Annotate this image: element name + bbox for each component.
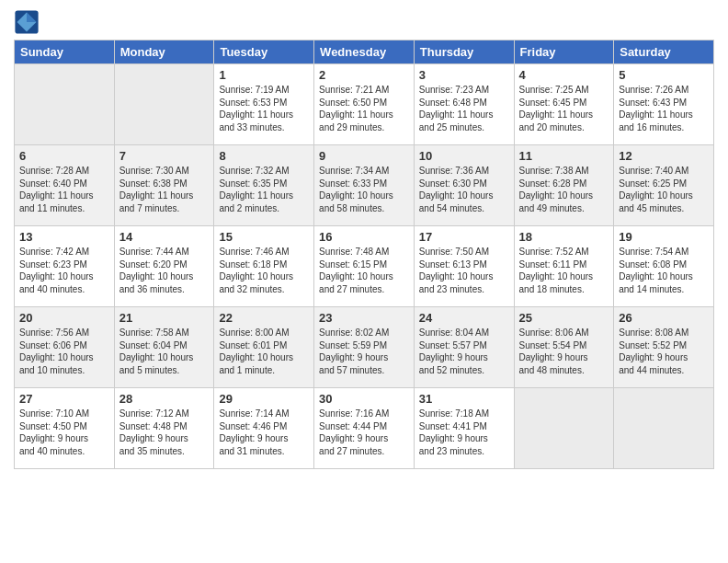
calendar-cell: 13Sunrise: 7:42 AM Sunset: 6:23 PM Dayli… (15, 226, 115, 307)
day-info: Sunrise: 7:38 AM Sunset: 6:28 PM Dayligh… (519, 165, 609, 214)
day-info: Sunrise: 7:14 AM Sunset: 4:46 PM Dayligh… (219, 408, 309, 457)
day-info: Sunrise: 7:21 AM Sunset: 6:50 PM Dayligh… (319, 84, 409, 133)
calendar-cell: 9Sunrise: 7:34 AM Sunset: 6:33 PM Daylig… (314, 145, 415, 226)
calendar-cell: 14Sunrise: 7:44 AM Sunset: 6:20 PM Dayli… (114, 226, 214, 307)
calendar-cell (614, 388, 714, 469)
day-number: 4 (519, 68, 609, 82)
day-info: Sunrise: 7:46 AM Sunset: 6:18 PM Dayligh… (219, 246, 309, 295)
day-info: Sunrise: 8:04 AM Sunset: 5:57 PM Dayligh… (419, 327, 509, 376)
calendar-cell: 5Sunrise: 7:26 AM Sunset: 6:43 PM Daylig… (614, 64, 714, 145)
calendar-cell: 6Sunrise: 7:28 AM Sunset: 6:40 PM Daylig… (15, 145, 115, 226)
calendar-cell: 20Sunrise: 7:56 AM Sunset: 6:06 PM Dayli… (15, 307, 115, 388)
day-info: Sunrise: 7:28 AM Sunset: 6:40 PM Dayligh… (19, 165, 109, 214)
day-number: 2 (319, 68, 409, 82)
day-number: 25 (519, 311, 609, 325)
calendar-table: SundayMondayTuesdayWednesdayThursdayFrid… (14, 40, 714, 469)
day-number: 21 (119, 311, 210, 325)
day-info: Sunrise: 7:30 AM Sunset: 6:38 PM Dayligh… (119, 165, 210, 214)
page-container: SundayMondayTuesdayWednesdayThursdayFrid… (0, 0, 728, 474)
week-row-5: 27Sunrise: 7:10 AM Sunset: 4:50 PM Dayli… (15, 388, 714, 469)
day-number: 22 (219, 311, 309, 325)
day-info: Sunrise: 7:18 AM Sunset: 4:41 PM Dayligh… (419, 408, 509, 457)
calendar-cell: 3Sunrise: 7:23 AM Sunset: 6:48 PM Daylig… (414, 64, 514, 145)
weekday-header-sunday: Sunday (15, 40, 115, 64)
weekday-header-row: SundayMondayTuesdayWednesdayThursdayFrid… (15, 40, 714, 64)
calendar-cell: 4Sunrise: 7:25 AM Sunset: 6:45 PM Daylig… (514, 64, 614, 145)
day-info: Sunrise: 7:10 AM Sunset: 4:50 PM Dayligh… (19, 408, 109, 457)
day-number: 30 (319, 392, 409, 406)
day-number: 26 (619, 311, 709, 325)
day-number: 31 (419, 392, 509, 406)
day-info: Sunrise: 8:08 AM Sunset: 5:52 PM Dayligh… (619, 327, 709, 376)
day-info: Sunrise: 8:00 AM Sunset: 6:01 PM Dayligh… (219, 327, 309, 376)
calendar-cell (114, 64, 214, 145)
calendar-cell: 1Sunrise: 7:19 AM Sunset: 6:53 PM Daylig… (214, 64, 314, 145)
calendar-cell: 12Sunrise: 7:40 AM Sunset: 6:25 PM Dayli… (614, 145, 714, 226)
day-info: Sunrise: 7:40 AM Sunset: 6:25 PM Dayligh… (619, 165, 709, 214)
weekday-header-saturday: Saturday (614, 40, 714, 64)
day-number: 24 (419, 311, 509, 325)
day-number: 8 (219, 149, 309, 163)
day-number: 28 (119, 392, 210, 406)
day-info: Sunrise: 7:56 AM Sunset: 6:06 PM Dayligh… (19, 327, 109, 376)
calendar-cell: 15Sunrise: 7:46 AM Sunset: 6:18 PM Dayli… (214, 226, 314, 307)
week-row-4: 20Sunrise: 7:56 AM Sunset: 6:06 PM Dayli… (15, 307, 714, 388)
day-number: 1 (219, 68, 309, 82)
day-info: Sunrise: 7:54 AM Sunset: 6:08 PM Dayligh… (619, 246, 709, 295)
day-number: 13 (19, 230, 109, 244)
day-info: Sunrise: 7:12 AM Sunset: 4:48 PM Dayligh… (119, 408, 210, 457)
calendar-cell: 18Sunrise: 7:52 AM Sunset: 6:11 PM Dayli… (514, 226, 614, 307)
day-info: Sunrise: 7:44 AM Sunset: 6:20 PM Dayligh… (119, 246, 210, 295)
calendar-cell: 19Sunrise: 7:54 AM Sunset: 6:08 PM Dayli… (614, 226, 714, 307)
day-info: Sunrise: 7:16 AM Sunset: 4:44 PM Dayligh… (319, 408, 409, 457)
day-number: 27 (19, 392, 109, 406)
calendar-cell: 8Sunrise: 7:32 AM Sunset: 6:35 PM Daylig… (214, 145, 314, 226)
day-number: 19 (619, 230, 709, 244)
calendar-cell: 25Sunrise: 8:06 AM Sunset: 5:54 PM Dayli… (514, 307, 614, 388)
day-info: Sunrise: 7:48 AM Sunset: 6:15 PM Dayligh… (319, 246, 409, 295)
day-info: Sunrise: 7:52 AM Sunset: 6:11 PM Dayligh… (519, 246, 609, 295)
weekday-header-tuesday: Tuesday (214, 40, 314, 64)
day-info: Sunrise: 7:26 AM Sunset: 6:43 PM Dayligh… (619, 84, 709, 133)
calendar-cell: 27Sunrise: 7:10 AM Sunset: 4:50 PM Dayli… (15, 388, 115, 469)
day-number: 23 (319, 311, 409, 325)
calendar-cell: 16Sunrise: 7:48 AM Sunset: 6:15 PM Dayli… (314, 226, 415, 307)
day-info: Sunrise: 7:32 AM Sunset: 6:35 PM Dayligh… (219, 165, 309, 214)
weekday-header-friday: Friday (514, 40, 614, 64)
logo-icon (14, 9, 40, 35)
day-number: 16 (319, 230, 409, 244)
day-number: 14 (119, 230, 210, 244)
calendar-cell: 30Sunrise: 7:16 AM Sunset: 4:44 PM Dayli… (314, 388, 415, 469)
day-number: 7 (119, 149, 210, 163)
header (14, 9, 714, 35)
week-row-1: 1Sunrise: 7:19 AM Sunset: 6:53 PM Daylig… (15, 64, 714, 145)
day-info: Sunrise: 7:19 AM Sunset: 6:53 PM Dayligh… (219, 84, 309, 133)
day-info: Sunrise: 8:02 AM Sunset: 5:59 PM Dayligh… (319, 327, 409, 376)
day-info: Sunrise: 7:36 AM Sunset: 6:30 PM Dayligh… (419, 165, 509, 214)
calendar-cell: 31Sunrise: 7:18 AM Sunset: 4:41 PM Dayli… (414, 388, 514, 469)
calendar-cell: 26Sunrise: 8:08 AM Sunset: 5:52 PM Dayli… (614, 307, 714, 388)
logo (14, 9, 43, 35)
calendar-cell: 7Sunrise: 7:30 AM Sunset: 6:38 PM Daylig… (114, 145, 214, 226)
calendar-cell: 29Sunrise: 7:14 AM Sunset: 4:46 PM Dayli… (214, 388, 314, 469)
calendar-cell: 10Sunrise: 7:36 AM Sunset: 6:30 PM Dayli… (414, 145, 514, 226)
day-number: 3 (419, 68, 509, 82)
day-info: Sunrise: 7:23 AM Sunset: 6:48 PM Dayligh… (419, 84, 509, 133)
day-number: 6 (19, 149, 109, 163)
weekday-header-thursday: Thursday (414, 40, 514, 64)
day-number: 20 (19, 311, 109, 325)
calendar-cell: 11Sunrise: 7:38 AM Sunset: 6:28 PM Dayli… (514, 145, 614, 226)
calendar-cell: 2Sunrise: 7:21 AM Sunset: 6:50 PM Daylig… (314, 64, 415, 145)
day-number: 17 (419, 230, 509, 244)
day-info: Sunrise: 7:58 AM Sunset: 6:04 PM Dayligh… (119, 327, 210, 376)
day-info: Sunrise: 8:06 AM Sunset: 5:54 PM Dayligh… (519, 327, 609, 376)
calendar-cell: 22Sunrise: 8:00 AM Sunset: 6:01 PM Dayli… (214, 307, 314, 388)
day-number: 15 (219, 230, 309, 244)
week-row-3: 13Sunrise: 7:42 AM Sunset: 6:23 PM Dayli… (15, 226, 714, 307)
day-info: Sunrise: 7:25 AM Sunset: 6:45 PM Dayligh… (519, 84, 609, 133)
weekday-header-wednesday: Wednesday (314, 40, 415, 64)
day-number: 9 (319, 149, 409, 163)
day-info: Sunrise: 7:50 AM Sunset: 6:13 PM Dayligh… (419, 246, 509, 295)
day-number: 10 (419, 149, 509, 163)
day-info: Sunrise: 7:42 AM Sunset: 6:23 PM Dayligh… (19, 246, 109, 295)
